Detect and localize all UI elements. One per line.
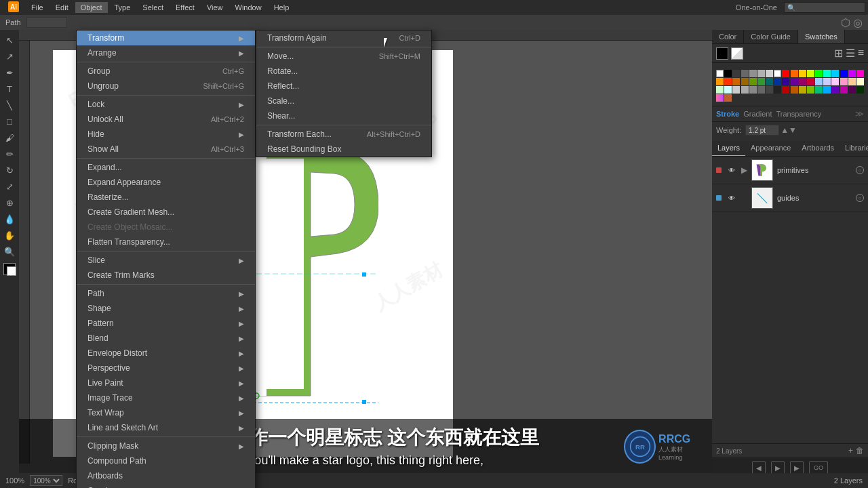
menu-item-artboards-label: Artboards bbox=[87, 471, 123, 481]
sep-6 bbox=[77, 436, 255, 437]
menu-item-text-wrap-label: Text Wrap bbox=[87, 408, 124, 418]
menu-edit[interactable]: Edit bbox=[50, 2, 74, 13]
submenu-transform-each-shortcut: Alt+Shift+Ctrl+D bbox=[367, 130, 420, 138]
submenu-transform-again-label: Transform Again bbox=[267, 33, 327, 43]
menu-item-text-wrap[interactable]: Text Wrap ▶ bbox=[77, 405, 255, 420]
menu-item-line-sketch-arrow: ▶ bbox=[239, 424, 244, 432]
menu-item-envelope[interactable]: Envelope Distort ▶ bbox=[77, 346, 255, 361]
sep-1 bbox=[77, 62, 255, 62]
menu-item-compound-path-label: Compound Path bbox=[87, 456, 146, 466]
menu-item-group-label: Group bbox=[87, 66, 110, 76]
submenu-reset-bounding[interactable]: Reset Bounding Box bbox=[256, 142, 431, 157]
menu-item-group-shortcut: Ctrl+G bbox=[222, 67, 244, 75]
menu-item-flatten-label: Flatten Transparency... bbox=[87, 237, 170, 247]
menu-item-clipping-mask-arrow: ▶ bbox=[239, 443, 244, 450]
sep-4 bbox=[77, 251, 255, 251]
submenu-move-label: Move... bbox=[267, 52, 294, 61]
menu-ai[interactable]: Ai bbox=[3, 0, 24, 15]
menu-item-perspective[interactable]: Perspective ▶ bbox=[77, 361, 255, 375]
submenu-scale-label: Scale... bbox=[267, 96, 294, 106]
menu-item-expand-label: Expand... bbox=[87, 163, 122, 172]
search-box[interactable]: 🔍 bbox=[784, 2, 865, 13]
submenu-move[interactable]: Move... Shift+Ctrl+M bbox=[256, 49, 431, 64]
menu-item-line-sketch[interactable]: Line and Sketch Art ▶ bbox=[77, 420, 255, 435]
menu-item-trim-marks-label: Create Trim Marks bbox=[87, 270, 155, 280]
menu-item-flatten[interactable]: Flatten Transparency... bbox=[77, 235, 255, 249]
menu-item-image-trace[interactable]: Image Trace ▶ bbox=[77, 390, 255, 405]
menu-bar: Ai File Edit Object Type Select Effect V… bbox=[0, 0, 868, 15]
menu-item-arrange[interactable]: Arrange ▶ bbox=[77, 45, 255, 60]
menu-item-arrange-label: Arrange bbox=[87, 48, 117, 58]
menu-item-perspective-arrow: ▶ bbox=[239, 365, 244, 372]
menu-item-hide[interactable]: Hide ▶ bbox=[77, 127, 255, 142]
submenu-rotate-label: Rotate... bbox=[267, 66, 298, 76]
menu-help[interactable]: Help bbox=[269, 2, 295, 13]
submenu-sep-2 bbox=[256, 125, 431, 125]
menu-item-expand-appearance[interactable]: Expand Appearance bbox=[77, 175, 255, 190]
menu-item-object-mosaic-label: Create Object Mosaic... bbox=[87, 222, 172, 232]
menu-item-slice[interactable]: Slice ▶ bbox=[77, 253, 255, 268]
menu-file[interactable]: File bbox=[26, 2, 49, 13]
submenu-rotate[interactable]: Rotate... bbox=[256, 64, 431, 79]
menu-item-live-paint-label: Live Paint bbox=[87, 378, 123, 388]
menu-item-clipping-mask[interactable]: Clipping Mask ▶ bbox=[77, 439, 255, 453]
menu-item-unlock-all[interactable]: Unlock All Alt+Ctrl+2 bbox=[77, 112, 255, 127]
context-menu-overlay: Transform ▶ Arrange ▶ Group Ctrl+G Ungro… bbox=[0, 15, 868, 488]
menu-item-compound-path[interactable]: Compound Path bbox=[77, 453, 255, 468]
menu-item-blend-arrow: ▶ bbox=[239, 335, 244, 342]
menu-item-image-trace-arrow: ▶ bbox=[239, 394, 244, 402]
submenu-reflect[interactable]: Reflect... bbox=[256, 79, 431, 94]
menu-object[interactable]: Object bbox=[75, 2, 108, 13]
menu-item-gradient-mesh-label: Create Gradient Mesh... bbox=[87, 207, 174, 217]
sep-2 bbox=[77, 95, 255, 96]
menu-item-arrange-arrow: ▶ bbox=[239, 49, 244, 57]
submenu-shear[interactable]: Shear... bbox=[256, 108, 431, 123]
menu-item-shape[interactable]: Shape ▶ bbox=[77, 301, 255, 316]
menu-item-artboards[interactable]: Artboards bbox=[77, 468, 255, 483]
menu-item-ungroup[interactable]: Ungroup Shift+Ctrl+G bbox=[77, 79, 255, 94]
menu-item-group[interactable]: Group Ctrl+G bbox=[77, 64, 255, 79]
menu-item-transform[interactable]: Transform ▶ bbox=[77, 30, 255, 45]
menu-item-object-mosaic: Create Object Mosaic... bbox=[77, 220, 255, 235]
menu-item-hide-label: Hide bbox=[87, 129, 104, 139]
menu-item-path-label: Path bbox=[87, 289, 104, 298]
menu-item-transform-arrow: ▶ bbox=[239, 35, 244, 42]
menu-select[interactable]: Select bbox=[137, 2, 169, 13]
menu-window[interactable]: Window bbox=[230, 2, 267, 13]
submenu-sep-1 bbox=[256, 47, 431, 47]
menu-item-shape-arrow: ▶ bbox=[239, 305, 244, 312]
menu-item-envelope-label: Envelope Distort bbox=[87, 348, 147, 358]
menu-item-ungroup-shortcut: Shift+Ctrl+G bbox=[203, 82, 244, 90]
menu-item-expand[interactable]: Expand... bbox=[77, 160, 255, 175]
sep-5 bbox=[77, 284, 255, 285]
menu-item-lock-label: Lock bbox=[87, 100, 104, 109]
object-menu: Transform ▶ Arrange ▶ Group Ctrl+G Ungro… bbox=[76, 30, 256, 488]
menu-item-graph[interactable]: Graph bbox=[77, 483, 255, 488]
submenu-transform-each[interactable]: Transform Each... Alt+Shift+Ctrl+D bbox=[256, 127, 431, 142]
submenu-shear-label: Shear... bbox=[267, 111, 295, 121]
menu-item-show-all[interactable]: Show All Alt+Ctrl+3 bbox=[77, 142, 255, 157]
menu-item-shape-label: Shape bbox=[87, 304, 111, 313]
menu-item-pattern-arrow: ▶ bbox=[239, 320, 244, 327]
menu-item-live-paint-arrow: ▶ bbox=[239, 380, 244, 387]
menu-item-lock[interactable]: Lock ▶ bbox=[77, 97, 255, 112]
menu-item-blend[interactable]: Blend ▶ bbox=[77, 331, 255, 346]
menu-item-live-paint[interactable]: Live Paint ▶ bbox=[77, 375, 255, 390]
menu-view[interactable]: View bbox=[201, 2, 229, 13]
menu-item-pattern-label: Pattern bbox=[87, 319, 114, 328]
submenu-transform-again[interactable]: Transform Again Ctrl+D bbox=[256, 30, 431, 45]
mode-label: One-on-One bbox=[730, 3, 783, 12]
menu-item-trim-marks[interactable]: Create Trim Marks bbox=[77, 268, 255, 283]
menu-type[interactable]: Type bbox=[109, 2, 136, 13]
menu-item-rasterize[interactable]: Rasterize... bbox=[77, 190, 255, 205]
submenu-scale[interactable]: Scale... bbox=[256, 94, 431, 108]
menu-item-expand-appearance-label: Expand Appearance bbox=[87, 178, 161, 187]
menu-effect[interactable]: Effect bbox=[170, 2, 200, 13]
submenu-move-shortcut: Shift+Ctrl+M bbox=[379, 52, 420, 60]
menu-item-path[interactable]: Path ▶ bbox=[77, 286, 255, 301]
submenu-reset-bounding-label: Reset Bounding Box bbox=[267, 144, 341, 154]
menu-item-slice-arrow: ▶ bbox=[239, 257, 244, 264]
menu-item-gradient-mesh[interactable]: Create Gradient Mesh... bbox=[77, 205, 255, 220]
menu-item-pattern[interactable]: Pattern ▶ bbox=[77, 316, 255, 331]
menu-item-unlock-all-label: Unlock All bbox=[87, 115, 123, 124]
